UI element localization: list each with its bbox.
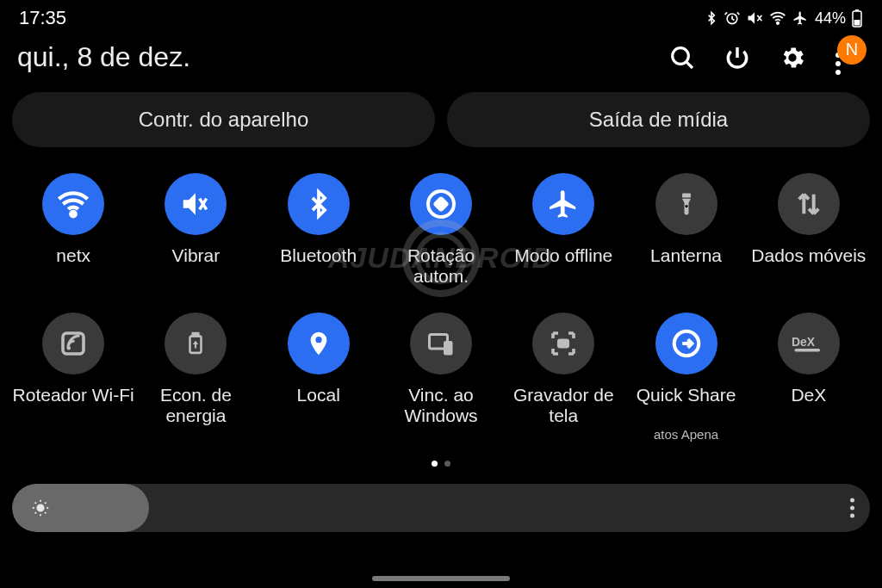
tile-linkwindows[interactable]: Vinc. ao Windows bbox=[380, 313, 502, 441]
svg-text:DeX: DeX bbox=[792, 335, 816, 349]
vibrate-icon bbox=[165, 173, 227, 235]
media-output-chip[interactable]: Saída de mídia bbox=[447, 92, 870, 147]
location-icon bbox=[288, 313, 350, 374]
tile-powersave[interactable]: Econ. de energia bbox=[134, 313, 257, 441]
flashlight-icon bbox=[655, 173, 717, 235]
tile-rotation[interactable]: Rotação autom. bbox=[380, 173, 502, 287]
tile-label: Vibrar bbox=[172, 245, 220, 287]
status-time: 17:35 bbox=[19, 7, 66, 29]
link-windows-icon bbox=[410, 313, 472, 374]
tile-mobiledata[interactable]: Dados móveis bbox=[748, 173, 870, 287]
svg-point-10 bbox=[685, 205, 687, 207]
tile-bluetooth[interactable]: Bluetooth bbox=[258, 173, 380, 287]
wifi-icon bbox=[42, 173, 104, 235]
date-text: qui., 8 de dez. bbox=[17, 41, 190, 73]
svg-rect-16 bbox=[444, 341, 453, 356]
quickshare-icon bbox=[655, 313, 717, 374]
svg-point-12 bbox=[67, 346, 71, 350]
avatar: N bbox=[837, 35, 866, 65]
settings-icon[interactable] bbox=[777, 42, 808, 73]
tile-label: Rotação autom. bbox=[380, 245, 502, 287]
tile-label: Lanterna bbox=[650, 245, 722, 287]
svg-rect-8 bbox=[435, 198, 447, 210]
svg-rect-4 bbox=[854, 20, 860, 26]
tile-sound[interactable]: Vibrar bbox=[134, 173, 257, 287]
tile-label: Local bbox=[297, 385, 340, 426]
brightness-slider[interactable] bbox=[12, 484, 870, 532]
tile-quickshare[interactable]: Quick Shareatos Apena bbox=[624, 313, 747, 441]
tile-label: Econ. de energia bbox=[134, 385, 257, 426]
battery-text: 44% bbox=[815, 9, 846, 28]
svg-rect-20 bbox=[794, 349, 820, 351]
airplane-status-icon bbox=[792, 10, 808, 26]
tile-label: Roteador Wi-Fi bbox=[13, 385, 134, 426]
tile-hotspot[interactable]: Roteador Wi-Fi bbox=[12, 313, 134, 441]
airplane-icon bbox=[532, 173, 594, 235]
status-right: 44% bbox=[705, 9, 863, 28]
rotate-icon bbox=[410, 173, 472, 235]
power-icon[interactable] bbox=[722, 42, 753, 73]
tile-label: Quick Share bbox=[637, 385, 736, 426]
tile-dex[interactable]: DeXDeX bbox=[748, 313, 870, 441]
tile-label: Dados móveis bbox=[751, 245, 866, 287]
svg-rect-3 bbox=[855, 9, 859, 11]
hotspot-icon bbox=[42, 313, 104, 374]
search-icon[interactable] bbox=[667, 42, 698, 73]
data-icon bbox=[778, 173, 840, 235]
screen-record-icon bbox=[532, 313, 594, 374]
tile-label: Bluetooth bbox=[280, 245, 357, 287]
bluetooth-icon bbox=[288, 173, 350, 235]
brightness-icon bbox=[31, 498, 50, 517]
svg-rect-14 bbox=[193, 333, 199, 336]
bluetooth-status-icon bbox=[705, 9, 718, 27]
mute-status-icon bbox=[746, 9, 763, 27]
battery-icon bbox=[165, 313, 227, 374]
status-bar: 17:35 44% bbox=[0, 0, 882, 33]
quick-tiles-grid: netxVibrarBluetoothRotação autom.Modo of… bbox=[0, 156, 882, 442]
profile-menu[interactable]: N bbox=[832, 42, 863, 73]
device-controls-chip[interactable]: Contr. do aparelho bbox=[12, 92, 435, 147]
tile-location[interactable]: Local bbox=[258, 313, 380, 441]
svg-point-21 bbox=[37, 504, 43, 511]
svg-point-1 bbox=[777, 22, 779, 24]
tile-flashlight[interactable]: Lanterna bbox=[624, 173, 747, 287]
svg-rect-9 bbox=[682, 194, 691, 198]
wifi-status-icon bbox=[768, 9, 787, 27]
tile-sublabel: atos Apena bbox=[654, 427, 718, 442]
svg-point-6 bbox=[71, 212, 75, 216]
nav-handle[interactable] bbox=[372, 576, 510, 581]
tile-label: Gravador de tela bbox=[502, 385, 624, 426]
tile-label: Modo offline bbox=[514, 245, 612, 287]
svg-rect-17 bbox=[559, 341, 568, 348]
tile-label: DeX bbox=[791, 385, 826, 426]
battery-status-icon bbox=[851, 9, 863, 28]
page-indicator bbox=[0, 461, 882, 467]
header-row: qui., 8 de dez. N bbox=[0, 33, 882, 73]
svg-point-5 bbox=[673, 47, 689, 64]
dex-icon: DeX bbox=[778, 313, 840, 374]
tile-screenrec[interactable]: Gravador de tela bbox=[502, 313, 624, 441]
tile-label: netx bbox=[56, 245, 90, 287]
tile-wifi[interactable]: netx bbox=[12, 173, 134, 287]
alarm-status-icon bbox=[724, 9, 741, 27]
tile-label: Vinc. ao Windows bbox=[380, 385, 502, 426]
brightness-more-icon[interactable] bbox=[850, 498, 854, 517]
tile-airplane[interactable]: Modo offline bbox=[502, 173, 624, 287]
